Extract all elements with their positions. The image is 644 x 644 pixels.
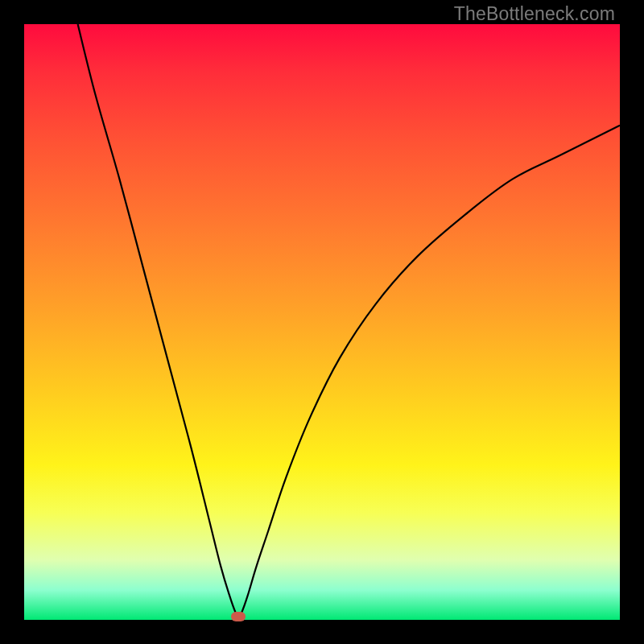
chart-frame (24, 24, 620, 620)
minimum-marker (231, 612, 246, 621)
bottleneck-curve (24, 24, 620, 620)
curve-right-branch (238, 126, 620, 617)
watermark-text: TheBottleneck.com (454, 3, 615, 25)
curve-left-branch (78, 24, 239, 617)
